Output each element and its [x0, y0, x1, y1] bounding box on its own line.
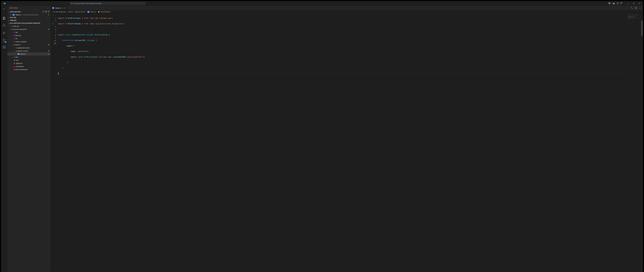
gear-icon: ⚙	[13, 59, 16, 61]
tree-file[interactable]: { } cdk.context.json	[7, 68, 50, 71]
tree-folder[interactable]: › 🗀 node_modules	[7, 40, 50, 43]
nav-forward-icon[interactable]: →	[64, 2, 66, 5]
outline-label: OUTLINE	[10, 17, 16, 18]
tree-folder[interactable]: › 🗀 application-team	[7, 46, 50, 49]
workspace-section[interactable]: ⌄ EC2-USER [SSH: EKS-BLUEPRINT-REMOTE]	[7, 22, 50, 24]
explorer-title: EXPLORER	[10, 7, 18, 9]
breadcrumb-item[interactable]: platform-team	[75, 11, 85, 13]
explorer-sidebar: EXPLORER ⋯ ⌄ OPEN EDITORS ✕ TS index.ts …	[7, 6, 50, 77]
timeline-label: TIMELINE	[10, 20, 16, 21]
tree-folder[interactable]: › 🗀 cdk.out	[7, 24, 50, 28]
folder-icon: 🗀	[13, 32, 16, 33]
breadcrumb-item[interactable]: index.ts	[90, 11, 96, 13]
new-untitled-icon[interactable]	[42, 11, 44, 13]
outline-section[interactable]: › OUTLINE	[7, 16, 50, 19]
svg-line-1	[72, 4, 72, 4]
close-all-icon[interactable]	[48, 11, 50, 13]
open-editors-section[interactable]: ⌄ OPEN EDITORS	[7, 10, 50, 14]
timeline-section[interactable]: › TIMELINE	[7, 19, 50, 22]
svg-line-12	[5, 26, 6, 27]
extensions-activity-icon[interactable]	[3, 46, 6, 50]
tree-folder[interactable]: › 🗀 test	[7, 56, 50, 58]
modified-dot-icon	[48, 50, 49, 52]
run-debug-activity-icon[interactable]	[3, 31, 6, 35]
tree-folder[interactable]: › 🗀 lib	[7, 37, 50, 40]
menu-icon[interactable]: ≡	[3, 8, 5, 10]
code-editor[interactable]: 1 ⌄ 2 3 4 ⌄ 5 6 7 8 9 10 11 import { Arn…	[50, 13, 201, 77]
tree-file[interactable]: ▬ .npmignore	[7, 65, 50, 68]
chevron-right-icon: ›	[11, 35, 13, 36]
breadcrumb-item[interactable]: TeamPlatform	[100, 11, 110, 13]
tree-label: teams	[16, 44, 20, 46]
tree-folder[interactable]: ⌄ 🗁 my-eks-blueprints	[7, 28, 50, 31]
editor-group: TS index.ts U ✕ ⋯ my-eks-blueprints› tea…	[50, 6, 201, 77]
tab-filename: index.ts	[55, 7, 61, 9]
tree-label: cdk.context.json	[16, 68, 28, 70]
folder-icon: 🗀	[13, 56, 16, 58]
explorer-more-icon[interactable]: ⋯	[46, 7, 48, 9]
tree-file[interactable]: ⚙ .env	[7, 58, 50, 62]
editor-tab[interactable]: TS index.ts U ✕	[50, 6, 67, 10]
chevron-right-icon: ›	[11, 32, 13, 33]
folder-icon: 🗀	[13, 34, 16, 36]
tree-file[interactable]: ◆ .gitignore	[7, 62, 50, 65]
class-icon: ⬢	[98, 11, 100, 13]
typescript-file-icon: TS	[52, 7, 54, 9]
tree-label: node_modules	[16, 41, 26, 43]
vscode-window: ← → ec2-user [SSH: eks-blueprint-remote]…	[1, 1, 201, 77]
tree-label: test	[16, 56, 18, 58]
open-editor-item[interactable]: ✕ TS index.ts ~/my-eks-blueprints/tea...…	[7, 14, 50, 16]
editor-tabs: TS index.ts U ✕ ⋯	[50, 6, 201, 10]
breadcrumb[interactable]: my-eks-blueprints› teams› platform-team›…	[50, 10, 201, 13]
tree-label: .gitignore	[16, 62, 22, 64]
tree-label: cdk.out	[14, 25, 19, 27]
chevron-down-icon: ⌄	[11, 44, 13, 46]
typescript-file-icon: TS	[18, 53, 20, 55]
save-all-icon[interactable]	[45, 11, 47, 13]
chevron-right-icon: ›	[11, 38, 13, 39]
chevron-down-icon: ⌄	[13, 50, 15, 52]
svg-marker-13	[4, 32, 5, 34]
gutter: 1 ⌄ 2 3 4 ⌄ 5 6 7 8 9 10 11	[50, 13, 58, 77]
activity-bar: 15	[1, 6, 7, 77]
close-editor-icon[interactable]: ✕	[10, 14, 12, 16]
svg-rect-19	[3, 48, 4, 48]
command-center[interactable]: ec2-user [SSH: eks-blueprint-remote]	[70, 2, 146, 5]
tree-label: cdk.out	[16, 34, 21, 36]
modified-dot-icon	[48, 44, 49, 45]
chevron-down-icon: ⌄	[8, 11, 10, 13]
tree-label: .npmignore	[16, 66, 24, 67]
breadcrumb-item[interactable]: teams	[68, 11, 73, 13]
folder-icon: 🗀	[15, 47, 18, 49]
svg-rect-21	[4, 46, 6, 47]
folder-open-icon: 🗁	[11, 28, 14, 30]
breadcrumb-item[interactable]: my-eks-blueprints	[53, 11, 66, 13]
nav-back-icon[interactable]: ←	[61, 2, 63, 5]
close-tab-icon[interactable]: ✕	[64, 7, 66, 9]
tree-folder[interactable]: ⌄ 🗁 platform-team	[7, 49, 50, 52]
source-control-activity-icon[interactable]: 15	[3, 38, 6, 42]
chevron-down-icon: ⌄	[9, 28, 11, 30]
search-icon	[71, 2, 73, 4]
chevron-right-icon: ›	[9, 25, 11, 27]
explorer-activity-icon[interactable]	[3, 17, 6, 20]
npm-icon: ▬	[13, 66, 16, 67]
tree-folder[interactable]: ⌄ 🗁 teams	[7, 43, 50, 46]
modified-dot-icon	[48, 29, 49, 30]
tree-folder[interactable]: › 🗀 bin	[7, 31, 50, 34]
code-content[interactable]: import { ArnPrincipal } from "aws-cdk-li…	[58, 13, 201, 77]
tree-label: lib	[16, 38, 17, 40]
chevron-right-icon: ›	[11, 41, 13, 42]
open-editor-path: ~/my-eks-blueprints/tea...	[22, 14, 39, 16]
folder-open-icon: 🗁	[13, 44, 16, 46]
tree-folder[interactable]: › 🗀 cdk.out	[7, 34, 50, 37]
svg-point-17	[5, 40, 6, 40]
tree-file[interactable]: TS index.ts U	[7, 52, 50, 56]
folder-icon: 🗀	[11, 25, 14, 27]
tree-label: index.ts	[20, 53, 26, 55]
vscode-logo-icon	[2, 2, 7, 5]
svg-rect-22	[43, 11, 44, 12]
folder-open-icon: 🗁	[15, 50, 18, 52]
tree-label: .env	[16, 59, 19, 61]
search-activity-icon[interactable]	[3, 24, 6, 28]
